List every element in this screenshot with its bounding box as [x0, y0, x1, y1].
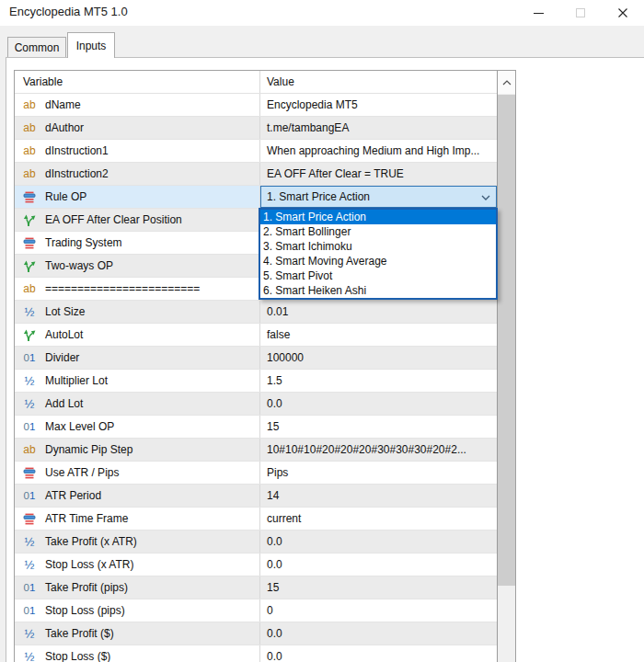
- chevron-up-icon: [502, 80, 512, 86]
- variable-cell[interactable]: Two-ways OP: [15, 255, 260, 277]
- enum-icon: [20, 235, 39, 250]
- value-cell[interactable]: 100000: [260, 347, 497, 369]
- variable-cell[interactable]: ATR Time Frame: [15, 508, 260, 530]
- table-row[interactable]: Use ATR / PipsPips: [15, 462, 497, 485]
- value-cell[interactable]: 0.01: [260, 301, 497, 323]
- variable-cell[interactable]: 01ATR Period: [15, 485, 260, 507]
- variable-name: AutoLot: [45, 328, 83, 341]
- maximize-button[interactable]: [559, 0, 602, 26]
- variable-cell[interactable]: AutoLot: [15, 324, 260, 346]
- variable-cell[interactable]: 01Max Level OP: [15, 416, 260, 438]
- tab-common[interactable]: Common: [7, 37, 66, 58]
- value-cell[interactable]: EA OFF After Clear = TRUE: [260, 163, 497, 185]
- variable-cell[interactable]: abdAuthor: [15, 117, 260, 139]
- table-row[interactable]: abdInstruction2EA OFF After Clear = TRUE: [15, 163, 497, 186]
- variable-name: Two-ways OP: [45, 259, 113, 272]
- table-row[interactable]: ½Take Profit (x ATR)0.0: [15, 531, 497, 554]
- value-cell[interactable]: t.me/tambangEA: [260, 117, 497, 139]
- table-row[interactable]: ½Lot Size0.01: [15, 301, 497, 324]
- close-button[interactable]: [602, 0, 644, 26]
- table-row[interactable]: 01ATR Period14: [15, 485, 497, 508]
- dropdown-option[interactable]: 2. Smart Bollinger: [260, 224, 496, 239]
- double-icon: ½: [20, 397, 39, 411]
- dropdown-option[interactable]: 1. Smart Price Action: [260, 210, 496, 224]
- variable-cell[interactable]: 01Stop Loss (pips): [15, 599, 260, 622]
- table-row[interactable]: 01Take Profit (pips)15: [15, 576, 497, 599]
- integer-icon: 01: [20, 421, 39, 432]
- value-cell[interactable]: 14: [260, 485, 497, 507]
- string-icon: ab: [20, 121, 39, 134]
- variable-cell[interactable]: Trading System: [15, 232, 260, 254]
- value-cell[interactable]: 0.0: [260, 531, 497, 553]
- variable-cell[interactable]: Rule OP: [15, 186, 260, 208]
- value-cell[interactable]: 0.0: [260, 554, 497, 576]
- variable-cell[interactable]: abdInstruction1: [15, 140, 260, 162]
- integer-icon: 01: [20, 490, 39, 501]
- value-cell[interactable]: Pips: [260, 462, 497, 484]
- value-cell[interactable]: 0.0: [260, 622, 497, 645]
- value-cell[interactable]: When approaching Medium and High Imp...: [260, 140, 497, 162]
- variable-cell[interactable]: EA OFF After Clear Position: [15, 209, 260, 231]
- variable-cell[interactable]: 01Divider: [15, 347, 260, 369]
- table-row[interactable]: 01Divider100000: [15, 347, 497, 370]
- table-row[interactable]: ½Multiplier Lot1.5: [15, 370, 497, 393]
- variable-cell[interactable]: Use ATR / Pips: [15, 462, 260, 484]
- table-row[interactable]: abdNameEncyclopedia MT5: [15, 94, 497, 117]
- variable-cell[interactable]: ½Add Lot: [15, 393, 260, 415]
- variable-name: dName: [45, 98, 81, 111]
- table-row[interactable]: 01Max Level OP15: [15, 416, 497, 439]
- double-icon: ½: [20, 627, 39, 641]
- inputs-tab-page: Variable Value abdNameEncyclopedia MT5ab…: [6, 57, 644, 662]
- variable-name: Take Profit ($): [45, 627, 114, 640]
- table-row[interactable]: 01Stop Loss (pips)0: [15, 599, 497, 622]
- variable-cell[interactable]: abdInstruction2: [15, 163, 260, 185]
- variable-cell[interactable]: ½Multiplier Lot: [15, 370, 260, 392]
- dropdown-option[interactable]: 3. Smart Ichimoku: [260, 239, 496, 254]
- value-cell[interactable]: 1.5: [260, 370, 497, 392]
- scrollbar-up-button[interactable]: [498, 71, 515, 94]
- value-cell[interactable]: Encyclopedia MT5: [260, 94, 497, 116]
- table-row[interactable]: Rule OP1. Smart Price Action: [15, 186, 497, 209]
- vertical-scrollbar[interactable]: [497, 71, 515, 662]
- table-row[interactable]: ½Stop Loss (x ATR)0.0: [15, 554, 497, 576]
- table-header: Variable Value: [15, 71, 497, 94]
- variable-cell[interactable]: ab========================: [15, 278, 260, 300]
- integer-icon: 01: [20, 605, 39, 616]
- variable-cell[interactable]: ½Take Profit (x ATR): [15, 531, 260, 553]
- table-row[interactable]: ATR Time Framecurrent: [15, 508, 497, 531]
- table-row[interactable]: ½Take Profit ($)0.0: [15, 622, 497, 645]
- table-row[interactable]: AutoLotfalse: [15, 324, 497, 347]
- table-row[interactable]: abDynamic Pip Step10#10#10#20#20#20#30#3…: [15, 439, 497, 462]
- variable-cell[interactable]: ½Stop Loss ($): [15, 645, 260, 662]
- inputs-table-body: abdNameEncyclopedia MT5abdAuthort.me/tam…: [15, 94, 497, 662]
- value-cell[interactable]: current: [260, 508, 497, 530]
- value-cell[interactable]: 0: [260, 599, 497, 622]
- scrollbar-thumb[interactable]: [498, 95, 515, 586]
- table-row[interactable]: abdInstruction1When approaching Medium a…: [15, 140, 497, 163]
- variable-cell[interactable]: ½Take Profit ($): [15, 622, 260, 645]
- dropdown-option[interactable]: 6. Smart Heiken Ashi: [260, 283, 496, 298]
- dropdown-option[interactable]: 5. Smart Pivot: [260, 268, 496, 283]
- variable-name: Add Lot: [45, 397, 83, 410]
- value-cell[interactable]: 15: [260, 576, 497, 599]
- enum-icon: [20, 511, 39, 526]
- table-row[interactable]: ½Stop Loss ($)0.0: [15, 645, 497, 662]
- value-cell[interactable]: false: [260, 324, 497, 346]
- dropdown-option[interactable]: 4. Smart Moving Average: [260, 254, 496, 268]
- value-cell[interactable]: 15: [260, 416, 497, 438]
- variable-cell[interactable]: ½Lot Size: [15, 301, 260, 323]
- variable-cell[interactable]: 01Take Profit (pips): [15, 576, 260, 599]
- variable-cell[interactable]: abDynamic Pip Step: [15, 439, 260, 461]
- minimize-button[interactable]: [517, 0, 559, 26]
- value-cell[interactable]: 0.0: [260, 645, 497, 662]
- tab-inputs[interactable]: Inputs: [67, 32, 115, 58]
- rule-op-combobox[interactable]: 1. Smart Price Action: [260, 186, 497, 208]
- bool-icon: [20, 258, 39, 273]
- value-cell[interactable]: 0.0: [260, 393, 497, 415]
- variable-cell[interactable]: ½Stop Loss (x ATR): [15, 554, 260, 576]
- variable-cell[interactable]: abdName: [15, 94, 260, 116]
- table-row[interactable]: ½Add Lot0.0: [15, 393, 497, 416]
- value-cell[interactable]: 10#10#10#20#20#20#30#30#30#20#2...: [260, 439, 497, 461]
- table-row[interactable]: abdAuthort.me/tambangEA: [15, 117, 497, 140]
- variable-name: dAuthor: [45, 121, 84, 134]
